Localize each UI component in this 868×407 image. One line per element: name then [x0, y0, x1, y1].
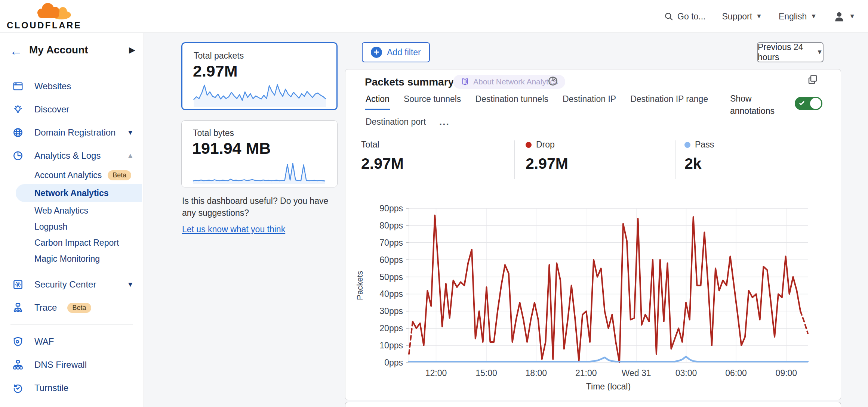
total-packets-title: Total packets	[194, 51, 244, 61]
tab-action[interactable]: Action	[365, 93, 390, 110]
tab-destination-ip-range[interactable]: Destination IP range	[630, 93, 709, 110]
dimension-tabs: Action Source tunnels Destination tunnel…	[365, 93, 791, 137]
sidebar-divider	[10, 405, 133, 405]
packets-time-series-chart: 12:0015:0018:0021:00Wed 3103:0006:0009:0…	[353, 200, 830, 391]
total-packets-sparkline	[193, 81, 327, 107]
total-bytes-value: 191.94 MB	[192, 139, 271, 158]
panel-title: Packets summary	[365, 76, 454, 88]
sidebar-item-dns-firewall[interactable]: DNS Firewall	[0, 353, 144, 376]
hierarchy-icon	[12, 359, 24, 371]
book-icon	[461, 77, 470, 86]
chevron-down-icon: ▼	[127, 128, 134, 137]
show-annotations-label: Show annotations	[730, 93, 782, 117]
sidebar-item-account-analytics[interactable]: Account Analytics Beta	[0, 167, 144, 183]
chevron-down-icon: ▼	[816, 49, 823, 56]
svg-text:0pps: 0pps	[384, 358, 403, 367]
chart-type-pie-icon[interactable]	[547, 75, 558, 88]
time-range-dropdown[interactable]: Previous 24 hours ▼	[757, 42, 824, 62]
next-panel-edge	[345, 402, 841, 407]
feedback-link[interactable]: Let us know what you think	[182, 223, 285, 235]
show-annotations-toggle[interactable]	[795, 97, 822, 110]
svg-text:40pps: 40pps	[379, 289, 403, 299]
svg-text:12:00: 12:00	[425, 368, 447, 378]
user-icon	[833, 10, 845, 22]
tab-destination-tunnels[interactable]: Destination tunnels	[474, 93, 549, 110]
total-bytes-sparkline	[192, 160, 326, 184]
svg-text:50pps: 50pps	[379, 272, 403, 282]
support-menu[interactable]: Support ▼	[722, 12, 762, 22]
stat-drop[interactable]: Drop 2.97M	[526, 140, 568, 173]
sidebar-item-network-analytics[interactable]: Network Analytics	[0, 183, 144, 203]
sidebar-item-websites[interactable]: Websites	[0, 75, 144, 98]
svg-text:90pps: 90pps	[379, 204, 403, 213]
svg-text:Wed 31: Wed 31	[622, 368, 651, 378]
sidebar-item-analytics-logs[interactable]: Analytics & Logs ▲	[0, 144, 144, 167]
beta-badge: Beta	[108, 170, 131, 180]
top-header: CLOUDFLARE Go to... Support ▼ English ▼	[0, 0, 868, 33]
svg-text:70pps: 70pps	[379, 238, 403, 248]
add-filter-button[interactable]: + Add filter	[362, 42, 430, 62]
sidebar-item-domain-registration[interactable]: Domain Registration ▼	[0, 121, 144, 144]
sidebar: ← My Account ▶ Websites Discover	[0, 33, 144, 407]
svg-text:30pps: 30pps	[379, 306, 403, 316]
cloudflare-wordmark: CLOUDFLARE	[7, 20, 81, 31]
analytics-pie-icon	[12, 150, 24, 162]
language-menu[interactable]: English ▼	[779, 12, 817, 22]
svg-text:20pps: 20pps	[379, 323, 403, 333]
svg-text:60pps: 60pps	[379, 255, 403, 265]
svg-text:15:00: 15:00	[475, 368, 497, 378]
sidebar-item-waf[interactable]: WAF	[0, 330, 144, 353]
chevron-down-icon: ▼	[810, 13, 817, 20]
chevron-down-icon: ▼	[127, 280, 134, 289]
packets-summary-panel: Packets summary About Network Analytics …	[345, 69, 841, 400]
svg-text:21:00: 21:00	[575, 368, 597, 378]
svg-text:Time (local): Time (local)	[586, 382, 631, 391]
stat-divider	[675, 140, 675, 179]
safe-icon	[12, 279, 24, 291]
check-icon	[799, 100, 805, 106]
feedback-question: Is this dashboard useful? Do you have an…	[182, 195, 343, 219]
sidebar-item-trace[interactable]: Trace Beta	[0, 296, 144, 319]
beta-badge: Beta	[67, 303, 91, 313]
tabs-overflow-button[interactable]: ...	[439, 115, 450, 131]
stat-divider	[514, 140, 515, 179]
sidebar-divider	[10, 324, 133, 325]
cloudflare-cloud-icon	[6, 2, 73, 19]
rotate-check-icon	[12, 382, 24, 394]
cloudflare-logo[interactable]: CLOUDFLARE	[6, 2, 73, 31]
sidebar-item-security-center[interactable]: Security Center ▼	[0, 273, 144, 296]
drop-legend-dot	[526, 142, 532, 148]
trace-flow-icon	[12, 302, 24, 314]
stat-total: Total 2.97M	[361, 140, 404, 173]
svg-text:80pps: 80pps	[379, 221, 403, 230]
user-account-menu[interactable]: ▼	[833, 10, 855, 22]
sidebar-item-discover[interactable]: Discover	[0, 98, 144, 121]
stat-pass[interactable]: Pass 2k	[684, 140, 714, 173]
svg-text:06:00: 06:00	[725, 368, 747, 378]
total-packets-card[interactable]: Total packets 2.97M	[181, 42, 338, 110]
account-header: ← My Account ▶	[0, 33, 144, 70]
goto-search-button[interactable]: Go to...	[664, 12, 705, 22]
chevron-up-icon: ▲	[127, 152, 134, 160]
tab-destination-port[interactable]: Destination port	[365, 115, 427, 131]
dashboard-feedback: Is this dashboard useful? Do you have an…	[182, 195, 343, 235]
chevron-right-icon[interactable]: ▶	[129, 45, 135, 55]
plus-icon: +	[371, 47, 382, 58]
sidebar-item-logpush[interactable]: Logpush	[0, 219, 144, 235]
svg-text:Packets: Packets	[355, 271, 364, 300]
sidebar-item-turnstile[interactable]: Turnstile	[0, 376, 144, 400]
account-title: My Account	[29, 44, 88, 56]
tab-destination-ip[interactable]: Destination IP	[562, 93, 617, 110]
svg-text:03:00: 03:00	[675, 368, 697, 378]
back-arrow-icon[interactable]: ←	[10, 43, 22, 58]
globe-icon	[12, 127, 24, 139]
tab-source-tunnels[interactable]: Source tunnels	[403, 93, 462, 110]
total-bytes-card[interactable]: Total bytes 191.94 MB	[181, 120, 338, 187]
copy-panel-icon[interactable]	[807, 74, 818, 87]
total-bytes-title: Total bytes	[193, 128, 234, 138]
active-nav-pill: Network Analytics	[16, 184, 142, 202]
sidebar-item-carbon-impact-report[interactable]: Carbon Impact Report	[0, 235, 144, 251]
sidebar-item-magic-monitoring[interactable]: Magic Monitoring	[0, 251, 144, 267]
toggle-knob	[810, 98, 821, 109]
sidebar-item-web-analytics[interactable]: Web Analytics	[0, 203, 144, 219]
